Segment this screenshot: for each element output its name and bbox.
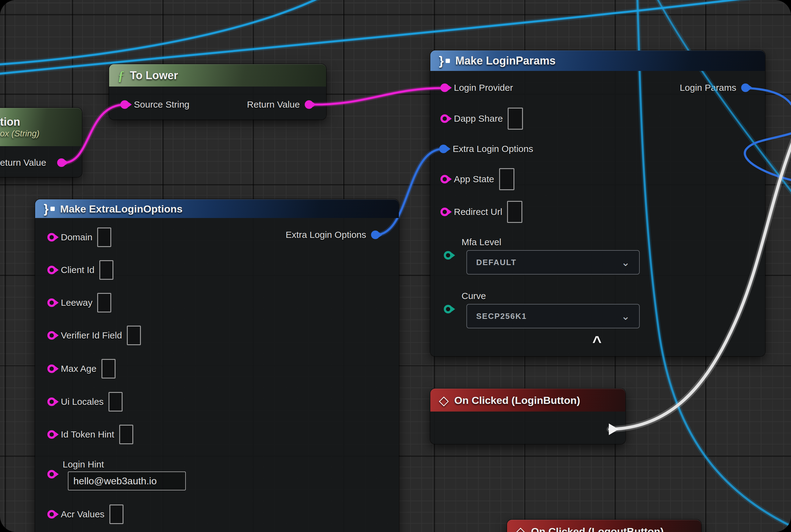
domain-pin[interactable] [47, 233, 56, 242]
acr-values-label: Acr Values [61, 509, 104, 519]
return-value-pin[interactable] [57, 158, 66, 167]
curve-dropdown[interactable]: SECP256K1 ⌄ [466, 304, 640, 328]
node-on-clicked-logout-button[interactable]: ◇ On Clicked (LogoutButton) [507, 520, 701, 532]
id-token-hint-pin[interactable] [47, 430, 56, 439]
node-on-clicked-login-button[interactable]: ◇ On Clicked (LoginButton) [430, 388, 625, 444]
mfa-level-dropdown[interactable]: DEFAULT ⌄ [466, 250, 640, 274]
login-provider-pin[interactable] [440, 83, 449, 92]
make-struct-icon: } [44, 202, 55, 216]
make-struct-icon: } [439, 54, 450, 68]
partial-node-subtitle: ox (String) [0, 129, 39, 138]
wire-string-tolower-to-provider[interactable] [309, 88, 444, 104]
node-make-login-params[interactable]: } Make LoginParams Login Provider Login … [430, 51, 765, 356]
acr-values-pin[interactable] [47, 510, 56, 518]
mfa-level-pin[interactable] [444, 251, 452, 260]
acr-values-value-box[interactable] [110, 505, 123, 524]
event-diamond-icon: ◇ [439, 393, 449, 408]
exec-output-pin[interactable] [609, 423, 619, 435]
id-token-hint-label: Id Token Hint [61, 429, 114, 440]
to-lower-title: To Lower [130, 69, 178, 82]
ui-locales-label: Ui Locales [61, 397, 103, 407]
domain-label: Domain [61, 232, 92, 243]
redirect-url-label: Redirect Url [454, 207, 502, 217]
domain-value-box[interactable] [97, 227, 111, 247]
redirect-url-value-box[interactable] [507, 201, 522, 223]
extra-output-label: Extra Login Options [286, 230, 366, 240]
client-id-label: Client Id [61, 265, 94, 275]
login-provider-label: Login Provider [454, 82, 513, 93]
redirect-url-pin[interactable] [440, 208, 449, 216]
curve-value: SECP256K1 [476, 311, 527, 321]
node-make-extra-login-options[interactable]: } Make ExtraLoginOptions Domain Extra Lo… [35, 200, 399, 532]
source-string-pin[interactable] [120, 100, 129, 109]
on-clicked-login-title: On Clicked (LoginButton) [454, 394, 580, 406]
leeway-pin[interactable] [47, 299, 56, 307]
leeway-value-box[interactable] [97, 293, 111, 312]
login-hint-pin[interactable] [47, 470, 56, 478]
dapp-share-pin[interactable] [440, 114, 449, 123]
login-params-output-pin[interactable] [741, 83, 750, 92]
mfa-level-label: Mfa Level [462, 237, 501, 247]
verifier-id-field-value-box[interactable] [127, 326, 141, 345]
client-id-value-box[interactable] [99, 260, 113, 280]
partial-node-title: tion [0, 116, 20, 128]
curve-label: Curve [462, 291, 486, 301]
source-string-label: Source String [134, 99, 190, 110]
make-extra-title: Make ExtraLoginOptions [60, 203, 183, 215]
app-state-label: App State [454, 174, 494, 184]
node-partial-getter[interactable]: tion ox (String) eturn Value [0, 108, 82, 177]
wire-string-tolower-to-provider[interactable] [309, 88, 444, 104]
id-token-hint-value-box[interactable] [119, 425, 133, 444]
max-age-value-box[interactable] [101, 359, 116, 379]
app-state-value-box[interactable] [499, 168, 515, 190]
event-diamond-icon: ◇ [516, 524, 525, 532]
dapp-share-value-box[interactable] [508, 108, 523, 130]
verifier-id-field-label: Verifier Id Field [61, 330, 122, 341]
blueprint-canvas[interactable]: tion ox (String) eturn Value ƒ To Lower … [0, 0, 791, 532]
to-lower-return-pin[interactable] [305, 100, 313, 109]
ui-locales-pin[interactable] [47, 397, 56, 406]
collapse-node-button[interactable]: ^ [592, 337, 601, 346]
wire-cyan-topleft-steep[interactable] [0, 0, 327, 65]
curve-pin[interactable] [444, 305, 452, 314]
ui-locales-value-box[interactable] [109, 392, 122, 412]
max-age-label: Max Age [61, 363, 97, 374]
login-hint-input[interactable]: hello@web3auth.io [68, 472, 186, 490]
leeway-label: Leeway [61, 298, 92, 308]
login-hint-label: Login Hint [63, 459, 104, 470]
wire-cyan-topleft-steep[interactable] [0, 0, 327, 65]
dapp-share-label: Dapp Share [454, 113, 503, 124]
mfa-level-value: DEFAULT [476, 258, 517, 267]
app-state-pin[interactable] [440, 175, 449, 184]
to-lower-return-label: Return Value [247, 99, 300, 110]
node-to-lower[interactable]: ƒ To Lower Source String Return Value [109, 64, 326, 119]
verifier-id-field-pin[interactable] [47, 331, 56, 340]
extra-login-options-pin[interactable] [439, 145, 448, 153]
extra-output-pin[interactable] [371, 230, 380, 239]
max-age-pin[interactable] [47, 364, 56, 373]
client-id-pin[interactable] [47, 266, 56, 274]
on-clicked-logout-title: On Clicked (LogoutButton) [531, 526, 663, 532]
extra-login-options-label: Extra Login Options [453, 144, 533, 154]
function-icon: ƒ [118, 68, 124, 83]
login-params-output-label: Login Params [680, 82, 736, 93]
make-login-params-title: Make LoginParams [456, 54, 556, 67]
return-value-label: eturn Value [0, 157, 46, 168]
